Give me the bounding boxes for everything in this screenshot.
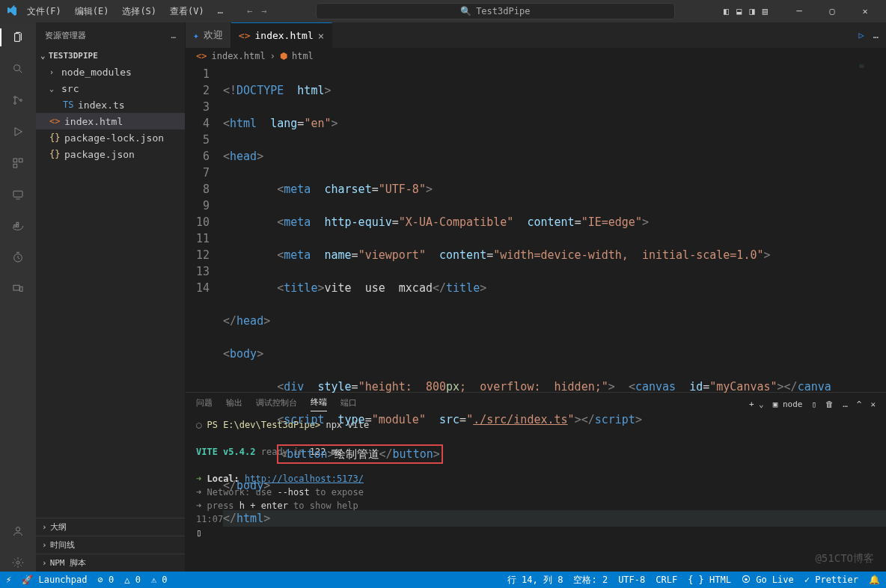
editor-area: ✦欢迎 <>index.html× ▷ … <> index.html› ⬢ h… — [186, 22, 886, 572]
titlebar: 文件(F) 编辑(E) 选择(S) 查看(V) … ← → 🔍 Test3dPi… — [0, 0, 886, 22]
run-icon[interactable]: ▷ — [859, 30, 864, 40]
tab-welcome[interactable]: ✦欢迎 — [186, 22, 231, 48]
svg-point-14 — [16, 527, 19, 531]
svg-rect-12 — [13, 285, 19, 290]
main-menu: 文件(F) 编辑(E) 选择(S) 查看(V) … — [21, 2, 229, 21]
window-minimize-icon[interactable]: ─ — [784, 1, 814, 22]
command-center[interactable]: 🔍 Test3dPipe — [316, 3, 675, 19]
svg-point-15 — [16, 561, 19, 564]
html-tag-icon: ⬢ — [280, 51, 287, 61]
tree-file-index-ts[interactable]: TSindex.ts — [36, 97, 185, 113]
svg-rect-5 — [19, 159, 22, 162]
status-eol[interactable]: CRLF — [656, 575, 677, 585]
outline-section[interactable]: ›大纲 — [36, 518, 185, 536]
nav-forward-icon[interactable]: → — [261, 6, 266, 16]
window-close-icon[interactable]: ✕ — [850, 1, 880, 22]
svg-rect-4 — [13, 159, 17, 162]
explorer-icon[interactable] — [0, 28, 36, 46]
settings-icon[interactable] — [9, 554, 27, 572]
tree-folder-src[interactable]: ⌄src — [36, 80, 185, 97]
chevron-right-icon: › — [42, 540, 47, 550]
tree-file-package-json[interactable]: {}package.json — [36, 146, 185, 162]
line-numbers: 1234567891011121314 — [186, 64, 223, 392]
minimap[interactable] — [856, 64, 886, 124]
ts-file-icon: TS — [63, 99, 73, 110]
layout-right-icon[interactable]: ◨ — [750, 6, 755, 16]
remote-icon[interactable] — [9, 186, 27, 203]
timer-icon[interactable] — [9, 248, 27, 266]
svg-rect-8 — [14, 225, 16, 227]
explorer-title: 资源管理器 — [45, 30, 86, 41]
svg-point-3 — [20, 99, 22, 102]
menu-edit[interactable]: 编辑(E) — [69, 2, 115, 21]
status-errors[interactable]: ⊘ 0 — [98, 575, 114, 585]
status-encoding[interactable]: UTF-8 — [618, 575, 645, 585]
chevron-down-icon: ⌄ — [40, 51, 46, 61]
chevron-right-icon: › — [49, 68, 57, 76]
status-launchpad[interactable]: 🚀 Launchpad — [22, 575, 87, 585]
menu-file[interactable]: 文件(F) — [21, 2, 67, 21]
menu-more[interactable]: … — [212, 2, 229, 21]
welcome-icon: ✦ — [193, 30, 199, 41]
project-title[interactable]: ⌄ TEST3DPIPE — [36, 48, 185, 64]
npm-scripts-section[interactable]: ›NPM 脚本 — [36, 554, 185, 572]
docker-icon[interactable] — [9, 217, 27, 235]
search-icon[interactable] — [9, 60, 27, 78]
chevron-down-icon: ⌄ — [49, 85, 57, 93]
timeline-section[interactable]: ›时间线 — [36, 536, 185, 554]
html-file-icon: <> — [49, 116, 60, 126]
breadcrumb[interactable]: <> index.html› ⬢ html — [186, 48, 886, 64]
source-control-icon[interactable] — [9, 91, 27, 109]
highlighted-code-box: <button>绘制管道</button> — [277, 444, 443, 464]
watermark: @51CTO博客 — [815, 552, 874, 566]
tab-index-html[interactable]: <>index.html× — [231, 22, 332, 48]
account-icon[interactable] — [9, 522, 27, 540]
status-golive[interactable]: ⦿ Go Live — [742, 575, 794, 585]
search-icon: 🔍 — [460, 6, 471, 16]
json-file-icon: {} — [49, 149, 60, 159]
status-notifications-icon[interactable]: 🔔 — [869, 575, 880, 585]
tree-folder-node-modules[interactable]: ›node_modules — [36, 64, 185, 80]
svg-point-1 — [14, 97, 16, 99]
devices-icon[interactable] — [9, 280, 27, 298]
more-actions-icon[interactable]: … — [873, 30, 879, 40]
chevron-right-icon: › — [42, 522, 47, 532]
explorer-more-icon[interactable]: … — [171, 31, 176, 40]
status-bar: ⚡ 🚀 Launchpad ⊘ 0 △ 0 ⚠ 0 行 14, 列 8 空格: … — [0, 572, 886, 588]
nav-back-icon[interactable]: ← — [247, 6, 252, 16]
window-maximize-icon[interactable]: ▢ — [817, 1, 847, 22]
menu-select[interactable]: 选择(S) — [116, 2, 162, 21]
svg-point-2 — [14, 102, 16, 105]
explorer-sidebar: 资源管理器 … ⌄ TEST3DPIPE ›node_modules ⌄src … — [36, 22, 186, 572]
status-prettier[interactable]: ✓ Prettier — [804, 575, 858, 585]
status-indent[interactable]: 空格: 2 — [573, 574, 608, 587]
status-warnings[interactable]: △ 0 — [124, 575, 141, 585]
json-file-icon: {} — [49, 132, 60, 143]
status-info[interactable]: ⚠ 0 — [151, 575, 168, 585]
search-placeholder: Test3dPipe — [476, 6, 530, 16]
remote-indicator[interactable]: ⚡ — [6, 575, 11, 585]
activity-bar — [0, 22, 36, 572]
layout-bottom-icon[interactable]: ⬓ — [736, 6, 742, 16]
svg-rect-13 — [20, 287, 22, 291]
vscode-logo-icon — [6, 5, 18, 17]
code-content[interactable]: <!DOCTYPE html> <html lang="en"> <head> … — [223, 64, 886, 392]
layout-custom-icon[interactable]: ▤ — [763, 6, 768, 16]
status-language[interactable]: { } HTML — [688, 575, 731, 585]
tree-file-index-html[interactable]: <>index.html — [36, 113, 185, 129]
menu-view[interactable]: 查看(V) — [164, 2, 210, 21]
svg-rect-10 — [16, 222, 19, 224]
debug-icon[interactable] — [9, 123, 27, 141]
code-editor[interactable]: 1234567891011121314 <!DOCTYPE html> <htm… — [186, 64, 886, 392]
layout-left-icon[interactable]: ◧ — [724, 6, 729, 16]
close-tab-icon[interactable]: × — [318, 30, 324, 42]
tree-file-package-lock[interactable]: {}package-lock.json — [36, 129, 185, 146]
editor-tabs: ✦欢迎 <>index.html× ▷ … — [186, 22, 886, 48]
svg-rect-9 — [16, 225, 19, 227]
svg-point-0 — [14, 65, 20, 71]
svg-rect-6 — [13, 164, 17, 168]
panel-tab-problems[interactable]: 问题 — [196, 397, 213, 411]
status-cursor[interactable]: 行 14, 列 8 — [507, 574, 563, 587]
extensions-icon[interactable] — [9, 154, 27, 172]
html-file-icon: <> — [196, 51, 207, 61]
